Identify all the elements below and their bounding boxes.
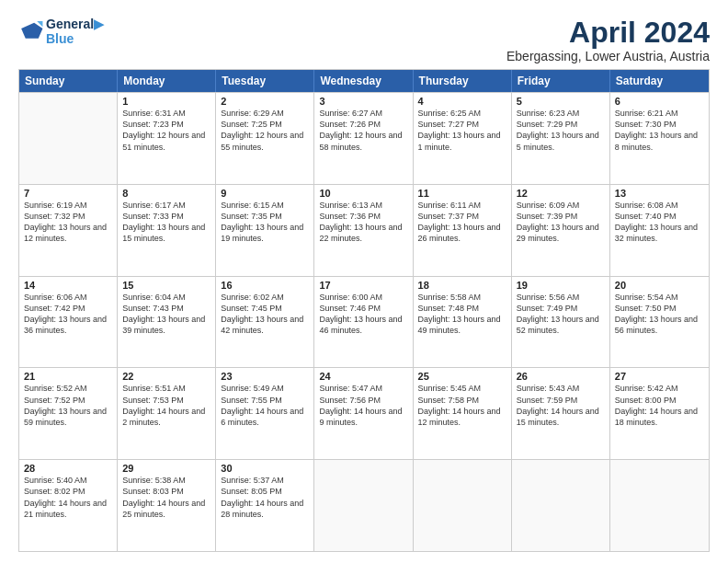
day-info: Sunrise: 6:00 AMSunset: 7:46 PMDaylight:… — [319, 292, 407, 337]
svg-marker-0 — [21, 23, 42, 39]
day-info: Sunrise: 6:29 AMSunset: 7:25 PMDaylight:… — [221, 108, 309, 153]
day-info: Sunrise: 6:21 AMSunset: 7:30 PMDaylight:… — [615, 108, 704, 153]
day-cell-30: 30Sunrise: 5:37 AMSunset: 8:05 PMDayligh… — [216, 460, 314, 551]
day-cell-3: 3Sunrise: 6:27 AMSunset: 7:26 PMDaylight… — [314, 93, 413, 184]
day-info: Sunrise: 6:04 AMSunset: 7:43 PMDaylight:… — [122, 292, 210, 337]
week-row-1: 1Sunrise: 6:31 AMSunset: 7:23 PMDaylight… — [19, 92, 709, 184]
day-number: 23 — [221, 371, 309, 382]
page: General▶ Blue April 2024 Ebergassing, Lo… — [0, 0, 728, 563]
empty-cell — [19, 93, 118, 184]
day-cell-1: 1Sunrise: 6:31 AMSunset: 7:23 PMDaylight… — [118, 93, 216, 184]
day-cell-26: 26Sunrise: 5:43 AMSunset: 7:59 PMDayligh… — [512, 368, 610, 459]
day-number: 28 — [24, 463, 112, 474]
header-day-thursday: Thursday — [414, 70, 512, 92]
empty-cell — [314, 460, 413, 551]
day-cell-12: 12Sunrise: 6:09 AMSunset: 7:39 PMDayligh… — [512, 185, 610, 276]
day-number: 15 — [122, 280, 210, 291]
day-info: Sunrise: 5:38 AMSunset: 8:03 PMDaylight:… — [122, 475, 210, 520]
main-title: April 2024 — [506, 17, 710, 49]
day-number: 16 — [221, 280, 309, 291]
day-cell-7: 7Sunrise: 6:19 AMSunset: 7:32 PMDaylight… — [19, 185, 118, 276]
day-number: 10 — [319, 188, 407, 199]
day-info: Sunrise: 6:31 AMSunset: 7:23 PMDaylight:… — [122, 108, 210, 153]
day-cell-4: 4Sunrise: 6:25 AMSunset: 7:27 PMDaylight… — [414, 93, 512, 184]
day-number: 1 — [122, 96, 210, 107]
day-cell-14: 14Sunrise: 6:06 AMSunset: 7:42 PMDayligh… — [19, 277, 118, 368]
day-number: 13 — [615, 188, 704, 199]
day-info: Sunrise: 5:56 AMSunset: 7:49 PMDaylight:… — [517, 292, 605, 337]
day-info: Sunrise: 5:43 AMSunset: 7:59 PMDaylight:… — [517, 383, 605, 428]
day-info: Sunrise: 6:02 AMSunset: 7:45 PMDaylight:… — [221, 292, 309, 337]
day-number: 25 — [418, 371, 506, 382]
day-info: Sunrise: 5:52 AMSunset: 7:52 PMDaylight:… — [24, 383, 112, 428]
day-info: Sunrise: 5:49 AMSunset: 7:55 PMDaylight:… — [221, 383, 309, 428]
week-row-5: 28Sunrise: 5:40 AMSunset: 8:02 PMDayligh… — [19, 459, 709, 551]
day-info: Sunrise: 6:09 AMSunset: 7:39 PMDaylight:… — [517, 200, 605, 245]
day-number: 11 — [418, 188, 506, 199]
header-day-tuesday: Tuesday — [216, 70, 314, 92]
title-block: April 2024 Ebergassing, Lower Austria, A… — [506, 17, 710, 63]
day-info: Sunrise: 6:19 AMSunset: 7:32 PMDaylight:… — [24, 200, 112, 245]
week-row-3: 14Sunrise: 6:06 AMSunset: 7:42 PMDayligh… — [19, 276, 709, 368]
day-cell-11: 11Sunrise: 6:11 AMSunset: 7:37 PMDayligh… — [414, 185, 512, 276]
logo-text: General▶ Blue — [46, 17, 104, 46]
day-cell-8: 8Sunrise: 6:17 AMSunset: 7:33 PMDaylight… — [118, 185, 216, 276]
day-number: 21 — [24, 371, 112, 382]
day-cell-23: 23Sunrise: 5:49 AMSunset: 7:55 PMDayligh… — [216, 368, 314, 459]
calendar: SundayMondayTuesdayWednesdayThursdayFrid… — [18, 69, 710, 552]
day-number: 18 — [418, 280, 506, 291]
day-number: 5 — [517, 96, 605, 107]
week-row-2: 7Sunrise: 6:19 AMSunset: 7:32 PMDaylight… — [19, 184, 709, 276]
day-cell-10: 10Sunrise: 6:13 AMSunset: 7:36 PMDayligh… — [314, 185, 413, 276]
day-cell-17: 17Sunrise: 6:00 AMSunset: 7:46 PMDayligh… — [314, 277, 413, 368]
day-info: Sunrise: 6:06 AMSunset: 7:42 PMDaylight:… — [24, 292, 112, 337]
day-cell-18: 18Sunrise: 5:58 AMSunset: 7:48 PMDayligh… — [414, 277, 512, 368]
day-cell-16: 16Sunrise: 6:02 AMSunset: 7:45 PMDayligh… — [216, 277, 314, 368]
calendar-header-row: SundayMondayTuesdayWednesdayThursdayFrid… — [19, 70, 709, 92]
day-cell-27: 27Sunrise: 5:42 AMSunset: 8:00 PMDayligh… — [610, 368, 709, 459]
header-day-saturday: Saturday — [610, 70, 709, 92]
day-number: 29 — [122, 463, 210, 474]
day-info: Sunrise: 5:45 AMSunset: 7:58 PMDaylight:… — [418, 383, 506, 428]
day-info: Sunrise: 5:58 AMSunset: 7:48 PMDaylight:… — [418, 292, 506, 337]
day-info: Sunrise: 5:42 AMSunset: 8:00 PMDaylight:… — [615, 383, 704, 428]
day-cell-19: 19Sunrise: 5:56 AMSunset: 7:49 PMDayligh… — [512, 277, 610, 368]
day-number: 17 — [319, 280, 407, 291]
week-row-4: 21Sunrise: 5:52 AMSunset: 7:52 PMDayligh… — [19, 367, 709, 459]
day-cell-2: 2Sunrise: 6:29 AMSunset: 7:25 PMDaylight… — [216, 93, 314, 184]
day-number: 20 — [615, 280, 704, 291]
day-cell-9: 9Sunrise: 6:15 AMSunset: 7:35 PMDaylight… — [216, 185, 314, 276]
day-info: Sunrise: 6:27 AMSunset: 7:26 PMDaylight:… — [319, 108, 407, 153]
subtitle: Ebergassing, Lower Austria, Austria — [506, 49, 710, 63]
day-cell-5: 5Sunrise: 6:23 AMSunset: 7:29 PMDaylight… — [512, 93, 610, 184]
day-number: 27 — [615, 371, 704, 382]
day-info: Sunrise: 6:25 AMSunset: 7:27 PMDaylight:… — [418, 108, 506, 153]
day-cell-25: 25Sunrise: 5:45 AMSunset: 7:58 PMDayligh… — [414, 368, 512, 459]
header-day-friday: Friday — [512, 70, 610, 92]
day-info: Sunrise: 6:08 AMSunset: 7:40 PMDaylight:… — [615, 200, 704, 245]
header-day-wednesday: Wednesday — [314, 70, 413, 92]
empty-cell — [414, 460, 512, 551]
day-number: 9 — [221, 188, 309, 199]
calendar-body: 1Sunrise: 6:31 AMSunset: 7:23 PMDaylight… — [19, 92, 709, 551]
header-day-sunday: Sunday — [19, 70, 118, 92]
day-info: Sunrise: 6:15 AMSunset: 7:35 PMDaylight:… — [221, 200, 309, 245]
header-day-monday: Monday — [118, 70, 216, 92]
day-info: Sunrise: 6:23 AMSunset: 7:29 PMDaylight:… — [517, 108, 605, 153]
day-info: Sunrise: 5:40 AMSunset: 8:02 PMDaylight:… — [24, 475, 112, 520]
day-cell-22: 22Sunrise: 5:51 AMSunset: 7:53 PMDayligh… — [118, 368, 216, 459]
day-info: Sunrise: 5:47 AMSunset: 7:56 PMDaylight:… — [319, 383, 407, 428]
day-number: 19 — [517, 280, 605, 291]
day-number: 2 — [221, 96, 309, 107]
day-number: 4 — [418, 96, 506, 107]
day-number: 12 — [517, 188, 605, 199]
day-number: 8 — [122, 188, 210, 199]
day-number: 14 — [24, 280, 112, 291]
day-cell-21: 21Sunrise: 5:52 AMSunset: 7:52 PMDayligh… — [19, 368, 118, 459]
day-number: 3 — [319, 96, 407, 107]
day-cell-13: 13Sunrise: 6:08 AMSunset: 7:40 PMDayligh… — [610, 185, 709, 276]
header: General▶ Blue April 2024 Ebergassing, Lo… — [18, 17, 710, 63]
day-info: Sunrise: 6:11 AMSunset: 7:37 PMDaylight:… — [418, 200, 506, 245]
day-cell-15: 15Sunrise: 6:04 AMSunset: 7:43 PMDayligh… — [118, 277, 216, 368]
logo: General▶ Blue — [18, 17, 104, 46]
